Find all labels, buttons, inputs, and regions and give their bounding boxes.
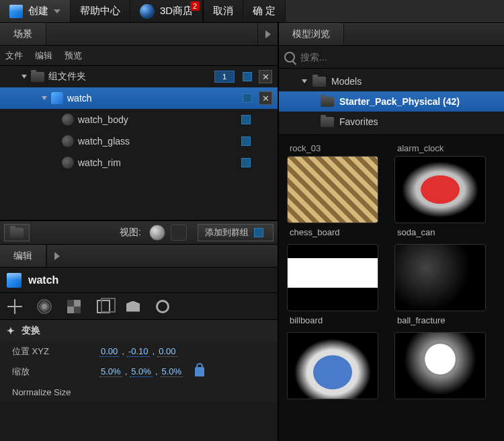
model-browser-tab[interactable]: 模型浏览 [279,23,344,45]
asset-thumbnail[interactable] [287,332,378,399]
chevron-right-icon [54,252,60,260]
menu-edit[interactable]: 编辑 [35,50,52,62]
chevron-down-icon [54,9,60,13]
panel-collapse-button[interactable] [46,245,67,267]
material-icon [62,114,74,126]
square-icon [254,228,263,237]
material-tool[interactable] [66,298,82,315]
visibility-toggle[interactable] [241,115,251,124]
store-label: 3D商店 [160,5,193,17]
delete-button[interactable]: ✕ [259,70,272,83]
add-to-group-button[interactable]: 添加到群组 [198,224,274,241]
chevron-down-icon[interactable] [302,79,307,83]
position-x[interactable]: 0.00 [99,346,119,357]
row-label: watch_glass [78,136,237,147]
help-center-button[interactable]: 帮助中心 [71,0,130,22]
checker-icon [67,300,81,313]
tool-row [0,293,278,320]
visibility-toggle[interactable] [241,136,251,146]
tree-row-watch-glass[interactable]: watch_glass [0,130,278,152]
position-z[interactable]: 0.00 [157,346,177,357]
normalize-row: Normalize Size [0,382,278,402]
view-mode-cube[interactable] [171,225,187,241]
asset-item[interactable]: rock_03 chess_board billboard [287,139,381,399]
row-label: Starter_Pack_Physical (42) [339,96,460,107]
new-folder-button[interactable] [4,224,30,241]
add-to-group-label: 添加到群组 [205,227,249,239]
asset-thumbnail[interactable] [394,156,486,223]
chevron-down-icon[interactable] [42,96,47,100]
cancel-button[interactable]: 取消 [204,0,243,22]
position-y[interactable]: -0.10 [127,346,150,357]
move-icon [7,299,22,314]
create-button[interactable]: 创建 [0,0,71,22]
mesh-icon [51,92,63,104]
folder-icon [321,117,334,127]
transform-header-label: 变换 [22,325,40,337]
menu-file[interactable]: 文件 [5,50,23,62]
duplicate-tool[interactable] [95,298,112,315]
tree-row-starter-pack[interactable]: Starter_Pack_Physical (42) [279,91,504,112]
tree-row-watch-body[interactable]: watch_body [0,109,278,130]
advanced-tool[interactable] [155,298,171,315]
asset-caption: ball_fracture [397,315,489,325]
transform-section-header[interactable]: ✦ 变换 [0,320,278,342]
settings-tool[interactable] [36,298,52,315]
tree-row-watch-rim[interactable]: watch_rim [0,152,278,173]
chevron-down-icon[interactable] [22,75,27,79]
delete-button[interactable]: ✕ [259,91,272,105]
menu-preview[interactable]: 预览 [65,50,82,62]
hierarchy-tree: 组文件夹 1 ✕ watch ✕ watch_body [0,66,278,220]
tree-row-models[interactable]: Models [279,71,504,91]
folder-icon [321,97,334,107]
asset-caption: billboard [290,315,381,325]
model-browser-label: 模型浏览 [292,28,330,40]
row-label: 组文件夹 [48,71,210,83]
scene-panel: 场景 文件 编辑 预览 组文件夹 1 ✕ [0,23,279,441]
asset-caption: alarm_clock [397,143,489,153]
visibility-toggle[interactable] [241,158,251,167]
tree-row-watch[interactable]: watch ✕ [0,87,278,109]
scale-label: 缩放 [12,366,93,378]
tree-row-group-folder[interactable]: 组文件夹 1 ✕ [0,66,278,87]
edit-panel-header: 编辑 [0,245,278,268]
asset-thumbnail[interactable] [287,156,378,223]
asset-caption: soda_can [397,227,489,237]
cube-icon [7,273,22,288]
ok-button[interactable]: 确 定 [243,0,286,22]
object-title-row: watch [0,268,278,293]
visibility-toggle[interactable] [243,93,252,103]
cube-icon [9,5,23,18]
asset-thumbnail[interactable] [394,332,486,399]
scene-tab[interactable]: 场景 [0,23,46,45]
search-input[interactable] [300,52,499,63]
cube-silhouette-icon [126,301,140,312]
scale-z[interactable]: 5.0% [161,366,183,377]
scale-y[interactable]: 5.0% [130,366,153,377]
geometry-tool[interactable] [125,298,141,315]
chevron-right-icon [265,30,271,38]
lock-icon[interactable] [195,367,204,376]
ok-label: 确 定 [253,5,276,17]
folder-plus-icon [10,228,24,238]
tree-row-favorites[interactable]: Favorites [279,112,504,132]
create-label: 创建 [28,5,48,17]
position-row: 位置 XYZ 0.00, -0.10, 0.00 [0,342,278,362]
scale-x[interactable]: 5.0% [99,366,122,377]
row-label: watch_rim [78,157,237,168]
asset-tree: Models Starter_Pack_Physical (42) Favori… [279,69,504,135]
view-mode-sphere[interactable] [149,225,165,241]
asset-item[interactable]: alarm_clock soda_can ball_fracture [394,139,489,399]
scene-tab-label: 场景 [13,28,32,40]
search-row [279,46,504,69]
gear-icon [156,300,169,313]
cancel-label: 取消 [213,5,233,17]
move-tool[interactable] [7,298,23,315]
3d-store-button[interactable]: 3D商店 2 [130,0,203,22]
asset-thumbnail[interactable] [394,244,486,311]
edit-tab[interactable]: 编辑 [0,245,46,267]
panel-collapse-button[interactable] [257,23,278,45]
visibility-toggle[interactable] [243,72,252,81]
folder-icon [312,77,326,87]
asset-thumbnail[interactable] [287,244,378,311]
